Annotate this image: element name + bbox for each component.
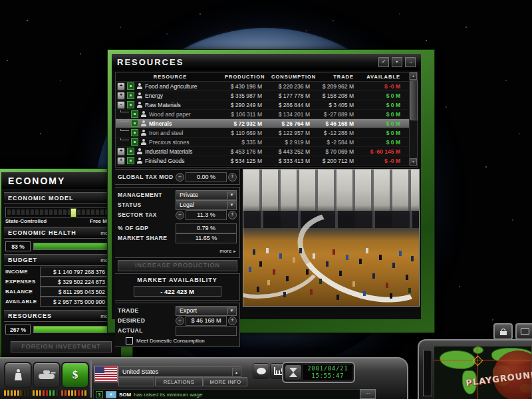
increase-production-button[interactable]: INCREASE PRODUCTION — [118, 260, 237, 271]
trade-value: $ 46 168 M — [319, 120, 363, 127]
available-value: $ -0 M — [363, 158, 410, 164]
sector-tax-plus-button[interactable]: + — [228, 211, 237, 219]
ticker-message: has raised its minimum wage — [134, 392, 202, 398]
tree-connector — [120, 120, 129, 122]
starfield — [0, 0, 1, 1]
resource-row-services[interactable]: +Services$ 7 156 362 M$ 1 848 894 M$ 5 9… — [116, 166, 410, 166]
close-icon[interactable]: → — [405, 57, 416, 67]
resource-row-wood-and-paper[interactable]: Wood and paper$ 106 311 M$ 134 201 M$ -2… — [116, 110, 410, 119]
time-control-button[interactable] — [285, 364, 302, 380]
budget-value: $ 329 502 224 873 — [40, 277, 108, 287]
actual-value — [176, 326, 237, 336]
resource-name: Iron and steel — [149, 130, 184, 136]
desired-value: $ 46 168 M — [186, 316, 227, 326]
lock-view-button[interactable] — [493, 323, 513, 340]
economy-window-title[interactable]: ECONOMY — [1, 172, 121, 190]
scroll-down-icon[interactable]: ▼ — [410, 158, 417, 166]
expander-icon[interactable]: + — [117, 166, 125, 167]
resources-value: 267 % — [5, 325, 31, 334]
minimize-icon[interactable]: ▪ — [392, 57, 402, 67]
budget-label: EXPENSES — [5, 279, 40, 285]
available-value: $ 0 M — [363, 120, 410, 127]
market-availability-label: MARKET AVAILABILITY — [118, 277, 237, 283]
country-dropdown[interactable]: United States ▴ — [118, 366, 241, 377]
table-scrollbar[interactable]: ▲ ▼ — [409, 72, 417, 166]
resource-row-precious-stones[interactable]: Precious stones$ 335 M$ 2 919 M$ -2 584 … — [116, 138, 410, 147]
resource-status-icon — [127, 92, 134, 99]
gdp-value: 0.79 % — [176, 223, 237, 233]
country-blank-button[interactable] — [118, 377, 154, 386]
politics-meter — [3, 390, 31, 396]
gdp-label: % OF GDP — [118, 225, 176, 231]
market-share-label: MARKET SHARE — [118, 235, 176, 241]
minimap-zoom-slider[interactable] — [423, 350, 432, 396]
expander-icon[interactable]: + — [117, 92, 125, 100]
sector-tax-minus-button[interactable]: − — [176, 211, 184, 219]
budget-value: $ 2 957 375 000 900 — [40, 297, 108, 307]
resources-table: RESOURCE PRODUCTION CONSUMPTION TRADE AV… — [115, 72, 418, 168]
economic-model-slider[interactable] — [5, 207, 120, 217]
scrollbar-thumb[interactable] — [410, 80, 418, 120]
resource-row-minerals[interactable]: Minerals$ 72 932 M$ 26 764 M$ 46 168 M$ … — [116, 119, 410, 128]
status-dropdown[interactable]: Legal▼ — [176, 200, 237, 210]
consumption-value: $ 220 236 M — [271, 83, 319, 90]
desired-minus-button[interactable]: − — [176, 317, 184, 325]
global-tax-minus-button[interactable]: − — [176, 173, 184, 182]
trade-dropdown[interactable]: Export▼ — [176, 306, 237, 316]
resources-window: RESOURCES ✓ ▪ → RESOURCE PRODUCTION CONS… — [107, 49, 435, 333]
resource-status-icon — [127, 157, 134, 164]
politics-button[interactable] — [4, 362, 32, 388]
economy-meter — [61, 390, 88, 396]
expander-icon[interactable]: - — [117, 101, 125, 109]
resource-name: Energy — [145, 92, 163, 99]
consumption-value: $ 286 844 M — [271, 102, 319, 108]
slider-track[interactable] — [7, 209, 118, 215]
status-label: STATUS — [118, 201, 176, 208]
desired-plus-button[interactable]: + — [228, 317, 237, 325]
foreign-investment-button[interactable]: FOREIGN INVESTMENT — [11, 341, 112, 352]
available-value: $ -60 145 M — [363, 148, 410, 155]
meet-domestic-checkbox[interactable] — [126, 337, 133, 344]
global-tax-plus-button[interactable]: + — [228, 173, 237, 182]
resource-row-iron-and-steel[interactable]: Iron and steel$ 110 669 M$ 122 957 M$ -1… — [116, 128, 410, 138]
management-dropdown[interactable]: Private▼ — [176, 190, 237, 200]
hourglass-icon — [289, 368, 297, 377]
resource-row-finished-goods[interactable]: +Finished Goods$ 534 125 M$ 333 413 M$ 2… — [116, 156, 410, 166]
budget-row-available: AVAILABLE$ 2 957 375 000 900 — [5, 297, 120, 306]
scroll-up-icon[interactable]: ▲ — [410, 72, 417, 80]
chat-button[interactable] — [253, 363, 269, 379]
production-value: $ 106 311 M — [225, 111, 271, 118]
resource-name: Precious stones — [149, 139, 189, 146]
consumption-value: $ 134 201 M — [271, 111, 319, 118]
resource-name: Finished Goods — [145, 158, 185, 164]
expander-icon[interactable]: + — [117, 157, 125, 165]
expander-icon[interactable]: + — [117, 148, 125, 156]
budget-label: INCOME — [5, 269, 40, 275]
slider-thumb[interactable] — [70, 208, 76, 217]
ticker-options-button[interactable]: ··· — [360, 389, 376, 399]
relations-button[interactable]: RELATIONS — [155, 377, 203, 386]
chevron-down-icon: ▼ — [227, 201, 235, 209]
consumption-value: $ 2 919 M — [271, 139, 319, 146]
resource-status-icon — [131, 120, 138, 127]
expander-icon[interactable]: + — [117, 82, 125, 90]
resource-row-energy[interactable]: +Energy$ 335 987 M$ 177 778 M$ 158 208 M… — [116, 91, 410, 100]
available-value: $ 0 M — [363, 139, 410, 146]
budget-value: $ 811 295 043 502 — [40, 287, 108, 297]
resources-titlebar[interactable]: RESOURCES ✓ ▪ → — [112, 54, 421, 70]
economy-button[interactable]: $ — [61, 362, 89, 388]
resource-row-food-and-agriculture[interactable]: +Food and Agriculture$ 430 198 M$ 220 23… — [116, 82, 410, 91]
datetime-display: 2001/04/21 15:55:47 — [303, 365, 352, 380]
resource-row-industrial-materials[interactable]: +Industrial Materials$ 453 176 M$ 443 25… — [116, 147, 410, 156]
sector-tax-value: 11.3 % — [186, 210, 227, 220]
more-link[interactable]: more — [219, 248, 237, 254]
ticker-country-code: SOM — [119, 392, 131, 398]
pin-window-icon[interactable]: ✓ — [378, 57, 389, 67]
management-section: MANAGEMENT Private▼ STATUS Legal▼ SECTOR… — [115, 187, 240, 258]
more-info-button[interactable]: MORE INFO — [203, 377, 247, 386]
military-button[interactable] — [33, 362, 61, 388]
news-ticker: $ ★ SOM has raised its minimum wage — [93, 389, 360, 399]
view-mode-button[interactable] — [515, 323, 532, 340]
market-share-value: 11.65 % — [176, 233, 237, 243]
resource-row-raw-materials[interactable]: -Raw Materials$ 290 249 M$ 286 844 M$ 3 … — [116, 100, 410, 110]
